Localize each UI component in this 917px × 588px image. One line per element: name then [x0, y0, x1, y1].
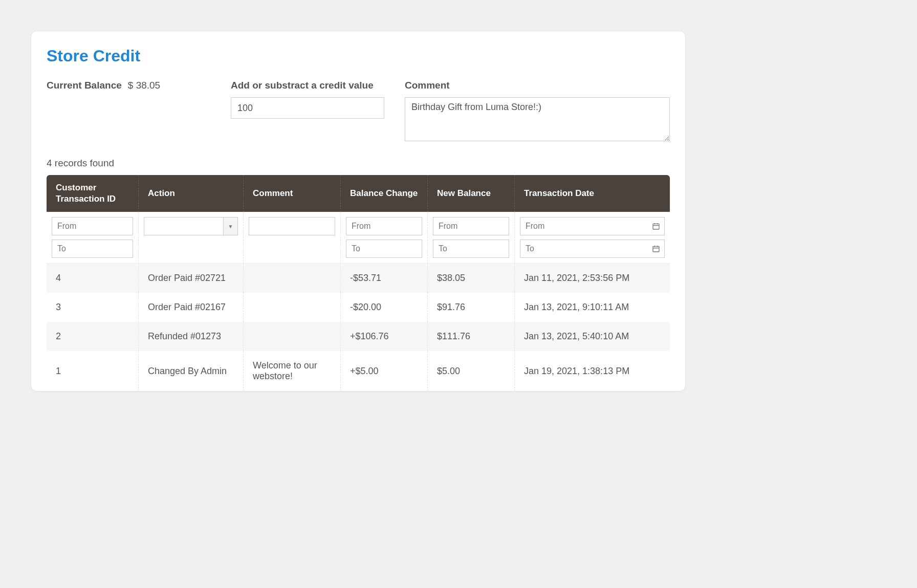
- store-credit-panel: Store Credit Current Balance $ 38.05 Add…: [31, 31, 686, 391]
- filter-id-to[interactable]: [52, 239, 133, 258]
- svg-rect-0: [653, 224, 659, 230]
- table-row[interactable]: 3Order Paid #02167-$20.00$91.76Jan 13, 2…: [47, 293, 670, 322]
- cell-action: Order Paid #02721: [139, 264, 244, 293]
- comment-label: Comment: [405, 80, 670, 91]
- col-header-date[interactable]: Transaction Date: [515, 175, 670, 212]
- cell-comment: [244, 264, 341, 293]
- cell-date: Jan 13, 2021, 9:10:11 AM: [515, 293, 670, 322]
- cell-id: 4: [47, 264, 139, 293]
- cell-id: 2: [47, 322, 139, 351]
- filter-change-from[interactable]: [346, 217, 422, 235]
- cell-change: +$106.76: [341, 322, 428, 351]
- summary-row: Current Balance $ 38.05 Add or substract…: [47, 80, 670, 143]
- current-balance-value: $ 38.05: [128, 80, 160, 91]
- filter-change-to[interactable]: [346, 239, 422, 258]
- cell-id: 1: [47, 351, 139, 391]
- filter-newbal-to[interactable]: [433, 239, 509, 258]
- cell-date: Jan 11, 2021, 2:53:56 PM: [515, 264, 670, 293]
- records-found: 4 records found: [47, 158, 670, 169]
- col-header-newbal[interactable]: New Balance: [428, 175, 515, 212]
- cell-id: 3: [47, 293, 139, 322]
- filter-action-select[interactable]: [144, 217, 224, 235]
- cell-comment: [244, 293, 341, 322]
- calendar-icon[interactable]: [651, 244, 661, 253]
- cell-newbal: $111.76: [428, 322, 515, 351]
- credit-value-input[interactable]: [231, 97, 384, 119]
- filter-date-from[interactable]: [520, 217, 665, 235]
- cell-newbal: $91.76: [428, 293, 515, 322]
- filter-row: ▼: [47, 212, 670, 264]
- transactions-table: Customer Transaction ID Action Comment B…: [47, 175, 670, 391]
- cell-comment: [244, 322, 341, 351]
- cell-newbal: $5.00: [428, 351, 515, 391]
- svg-rect-4: [653, 247, 659, 252]
- current-balance-label: Current Balance: [47, 80, 122, 91]
- page-title: Store Credit: [47, 47, 670, 66]
- comment-field: Comment: [405, 80, 670, 143]
- table-row[interactable]: 4Order Paid #02721-$53.71$38.05Jan 11, 2…: [47, 264, 670, 293]
- cell-action: Refunded #01273: [139, 322, 244, 351]
- filter-date-to[interactable]: [520, 239, 665, 258]
- calendar-icon[interactable]: [651, 222, 661, 231]
- cell-comment: Welcome to our webstore!: [244, 351, 341, 391]
- filter-comment[interactable]: [249, 217, 335, 235]
- filter-action-dropdown-button[interactable]: ▼: [224, 217, 238, 235]
- table-row[interactable]: 2Refunded #01273+$106.76$111.76Jan 13, 2…: [47, 322, 670, 351]
- cell-change: -$20.00: [341, 293, 428, 322]
- col-header-action[interactable]: Action: [139, 175, 244, 212]
- chevron-down-icon: ▼: [228, 224, 233, 229]
- cell-date: Jan 19, 2021, 1:38:13 PM: [515, 351, 670, 391]
- col-header-id[interactable]: Customer Transaction ID: [47, 175, 139, 212]
- cell-newbal: $38.05: [428, 264, 515, 293]
- col-header-comment[interactable]: Comment: [244, 175, 341, 212]
- cell-date: Jan 13, 2021, 5:40:10 AM: [515, 322, 670, 351]
- credit-value-field: Add or substract a credit value: [231, 80, 384, 119]
- filter-id-from[interactable]: [52, 217, 133, 235]
- current-balance: Current Balance $ 38.05: [47, 80, 210, 91]
- comment-input[interactable]: [405, 97, 670, 141]
- cell-action: Order Paid #02167: [139, 293, 244, 322]
- col-header-change[interactable]: Balance Change: [341, 175, 428, 212]
- cell-change: -$53.71: [341, 264, 428, 293]
- filter-newbal-from[interactable]: [433, 217, 509, 235]
- credit-value-label: Add or substract a credit value: [231, 80, 384, 91]
- table-row[interactable]: 1Changed By AdminWelcome to our webstore…: [47, 351, 670, 391]
- cell-change: +$5.00: [341, 351, 428, 391]
- cell-action: Changed By Admin: [139, 351, 244, 391]
